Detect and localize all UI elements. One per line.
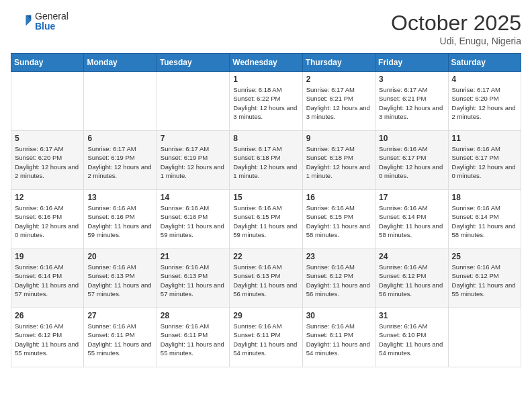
calendar-cell: 23 Sunrise: 6:16 AMSunset: 6:12 PMDaylig… (302, 249, 375, 308)
calendar-cell: 24 Sunrise: 6:16 AMSunset: 6:12 PMDaylig… (375, 249, 448, 308)
day-info: Sunrise: 6:16 AMSunset: 6:16 PMDaylight:… (87, 203, 152, 239)
day-info: Sunrise: 6:17 AMSunset: 6:18 PMDaylight:… (306, 144, 371, 180)
calendar-cell: 17 Sunrise: 6:16 AMSunset: 6:14 PMDaylig… (375, 190, 448, 249)
day-number: 13 (87, 193, 152, 202)
day-number: 26 (15, 311, 80, 320)
calendar-cell: 12 Sunrise: 6:16 AMSunset: 6:16 PMDaylig… (11, 190, 84, 249)
day-number: 5 (15, 134, 80, 143)
day-info: Sunrise: 6:16 AMSunset: 6:13 PMDaylight:… (161, 263, 226, 298)
day-number: 4 (452, 75, 517, 84)
day-info: Sunrise: 6:16 AMSunset: 6:14 PMDaylight:… (452, 203, 517, 239)
day-number: 9 (306, 134, 371, 143)
day-number: 29 (233, 311, 298, 320)
day-info: Sunrise: 6:17 AMSunset: 6:21 PMDaylight:… (379, 85, 444, 121)
calendar-cell: 19 Sunrise: 6:16 AMSunset: 6:14 PMDaylig… (11, 249, 84, 308)
day-number: 2 (306, 75, 371, 84)
day-number: 15 (233, 193, 298, 202)
day-number: 11 (452, 134, 517, 143)
location-text: Udi, Enugu, Nigeria (391, 36, 521, 46)
day-number: 1 (233, 75, 298, 84)
calendar-cell: 6 Sunrise: 6:17 AMSunset: 6:19 PMDayligh… (84, 131, 157, 190)
day-info: Sunrise: 6:16 AMSunset: 6:14 PMDaylight:… (15, 263, 80, 298)
day-info: Sunrise: 6:16 AMSunset: 6:11 PMDaylight:… (233, 322, 298, 357)
day-number: 30 (306, 311, 371, 320)
day-number: 12 (15, 193, 80, 202)
day-number: 14 (161, 193, 226, 202)
calendar-cell: 30 Sunrise: 6:16 AMSunset: 6:11 PMDaylig… (302, 308, 375, 367)
weekday-wednesday: Wednesday (230, 54, 302, 72)
calendar-cell: 20 Sunrise: 6:16 AMSunset: 6:13 PMDaylig… (84, 249, 157, 308)
weekday-sunday: Sunday (11, 54, 84, 72)
day-info: Sunrise: 6:16 AMSunset: 6:16 PMDaylight:… (161, 203, 226, 239)
calendar-cell (84, 72, 157, 131)
calendar-week-1: 5 Sunrise: 6:17 AMSunset: 6:20 PMDayligh… (11, 131, 521, 190)
day-info: Sunrise: 6:16 AMSunset: 6:13 PMDaylight:… (233, 263, 298, 298)
calendar-cell: 13 Sunrise: 6:16 AMSunset: 6:16 PMDaylig… (84, 190, 157, 249)
day-number: 18 (452, 193, 517, 202)
logo: General Blue (11, 11, 69, 32)
day-number: 23 (306, 252, 371, 261)
day-info: Sunrise: 6:16 AMSunset: 6:17 PMDaylight:… (452, 144, 517, 180)
day-number: 8 (233, 134, 298, 143)
day-info: Sunrise: 6:16 AMSunset: 6:15 PMDaylight:… (233, 203, 298, 239)
day-number: 19 (15, 252, 80, 261)
day-info: Sunrise: 6:17 AMSunset: 6:19 PMDaylight:… (87, 144, 152, 180)
day-number: 20 (87, 252, 152, 261)
day-number: 27 (87, 311, 152, 320)
day-info: Sunrise: 6:16 AMSunset: 6:11 PMDaylight:… (161, 322, 226, 357)
day-info: Sunrise: 6:16 AMSunset: 6:17 PMDaylight:… (379, 144, 444, 180)
day-info: Sunrise: 6:16 AMSunset: 6:10 PMDaylight:… (379, 322, 444, 357)
day-info: Sunrise: 6:16 AMSunset: 6:11 PMDaylight:… (306, 322, 371, 357)
calendar-week-4: 26 Sunrise: 6:16 AMSunset: 6:12 PMDaylig… (11, 308, 521, 367)
page-header: General Blue October 2025 Udi, Enugu, Ni… (11, 11, 521, 46)
calendar-cell: 31 Sunrise: 6:16 AMSunset: 6:10 PMDaylig… (375, 308, 448, 367)
weekday-thursday: Thursday (302, 54, 375, 72)
calendar-cell: 26 Sunrise: 6:16 AMSunset: 6:12 PMDaylig… (11, 308, 84, 367)
day-info: Sunrise: 6:16 AMSunset: 6:12 PMDaylight:… (306, 263, 371, 298)
day-number: 21 (161, 252, 226, 261)
calendar-cell: 27 Sunrise: 6:16 AMSunset: 6:11 PMDaylig… (84, 308, 157, 367)
day-info: Sunrise: 6:17 AMSunset: 6:20 PMDaylight:… (15, 144, 80, 180)
weekday-header-row: SundayMondayTuesdayWednesdayThursdayFrid… (11, 54, 521, 72)
day-number: 10 (379, 134, 444, 143)
day-number: 7 (161, 134, 226, 143)
day-info: Sunrise: 6:17 AMSunset: 6:21 PMDaylight:… (306, 85, 371, 121)
weekday-friday: Friday (375, 54, 448, 72)
calendar-cell: 15 Sunrise: 6:16 AMSunset: 6:15 PMDaylig… (230, 190, 302, 249)
logo-icon (11, 11, 32, 32)
calendar-cell: 5 Sunrise: 6:17 AMSunset: 6:20 PMDayligh… (11, 131, 84, 190)
calendar-cell: 10 Sunrise: 6:16 AMSunset: 6:17 PMDaylig… (375, 131, 448, 190)
day-number: 31 (379, 311, 444, 320)
calendar-cell: 22 Sunrise: 6:16 AMSunset: 6:13 PMDaylig… (230, 249, 302, 308)
day-number: 24 (379, 252, 444, 261)
weekday-monday: Monday (84, 54, 157, 72)
day-info: Sunrise: 6:17 AMSunset: 6:20 PMDaylight:… (452, 85, 517, 121)
calendar-cell: 21 Sunrise: 6:16 AMSunset: 6:13 PMDaylig… (157, 249, 229, 308)
calendar-cell: 16 Sunrise: 6:16 AMSunset: 6:15 PMDaylig… (302, 190, 375, 249)
calendar-cell: 3 Sunrise: 6:17 AMSunset: 6:21 PMDayligh… (375, 72, 448, 131)
calendar-cell: 25 Sunrise: 6:16 AMSunset: 6:12 PMDaylig… (448, 249, 521, 308)
calendar-cell (157, 72, 229, 131)
day-info: Sunrise: 6:16 AMSunset: 6:12 PMDaylight:… (379, 263, 444, 298)
logo-text: General Blue (35, 11, 69, 32)
calendar-table: SundayMondayTuesdayWednesdayThursdayFrid… (11, 53, 521, 367)
month-title: October 2025 (391, 11, 521, 36)
calendar-week-2: 12 Sunrise: 6:16 AMSunset: 6:16 PMDaylig… (11, 190, 521, 249)
calendar-cell: 9 Sunrise: 6:17 AMSunset: 6:18 PMDayligh… (302, 131, 375, 190)
day-number: 16 (306, 193, 371, 202)
day-info: Sunrise: 6:16 AMSunset: 6:12 PMDaylight:… (15, 322, 80, 357)
day-number: 22 (233, 252, 298, 261)
day-number: 3 (379, 75, 444, 84)
calendar-cell: 4 Sunrise: 6:17 AMSunset: 6:20 PMDayligh… (448, 72, 521, 131)
title-block: October 2025 Udi, Enugu, Nigeria (391, 11, 521, 46)
calendar-week-3: 19 Sunrise: 6:16 AMSunset: 6:14 PMDaylig… (11, 249, 521, 308)
calendar-cell (448, 308, 521, 367)
calendar-cell: 1 Sunrise: 6:18 AMSunset: 6:22 PMDayligh… (230, 72, 302, 131)
calendar-week-0: 1 Sunrise: 6:18 AMSunset: 6:22 PMDayligh… (11, 72, 521, 131)
logo-general-text: General (35, 11, 69, 21)
weekday-tuesday: Tuesday (157, 54, 229, 72)
day-number: 28 (161, 311, 226, 320)
calendar-cell: 2 Sunrise: 6:17 AMSunset: 6:21 PMDayligh… (302, 72, 375, 131)
day-info: Sunrise: 6:16 AMSunset: 6:13 PMDaylight:… (87, 263, 152, 298)
calendar-cell: 18 Sunrise: 6:16 AMSunset: 6:14 PMDaylig… (448, 190, 521, 249)
